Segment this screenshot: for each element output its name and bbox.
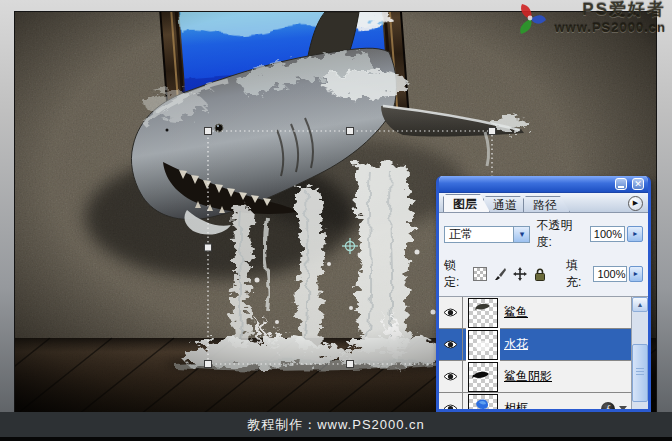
watermark-site: www.PS2000.cn bbox=[548, 20, 666, 35]
layer-name[interactable]: 鲨鱼 bbox=[504, 304, 528, 321]
watermark-brand: PS爱好者 bbox=[548, 0, 666, 20]
layer-thumbnail[interactable] bbox=[468, 394, 498, 413]
site-watermark: PS爱好者 www.PS2000.cn bbox=[516, 0, 666, 36]
lock-icon bbox=[534, 268, 546, 281]
lock-label: 锁定: bbox=[444, 257, 469, 291]
scrollbar-grip-icon bbox=[636, 368, 644, 376]
tab-layers[interactable]: 图层 bbox=[443, 194, 490, 212]
brush-icon bbox=[493, 267, 507, 281]
layer-effects-icon[interactable]: ƒ bbox=[601, 402, 615, 413]
fill-popup-button[interactable]: ▸ bbox=[629, 266, 643, 282]
panel-menu-arrow-icon: ▶ bbox=[633, 199, 638, 206]
fill-input[interactable]: 100% bbox=[593, 266, 626, 282]
tutorial-caption-bar: 教程制作：www.PS2000.cn bbox=[0, 412, 672, 441]
lock-transparency-toggle[interactable] bbox=[473, 267, 488, 282]
layers-panel: ✕ 图层 通道 路径 ▶ 正常 ▾ 不透明度: 100% ▸ 锁定: bbox=[436, 176, 651, 412]
visibility-toggle[interactable] bbox=[439, 393, 463, 412]
layer-row-water-splash[interactable]: 水花 bbox=[439, 329, 631, 361]
layer-name[interactable]: 相框 bbox=[504, 400, 528, 412]
panel-menu-button[interactable]: ▶ bbox=[628, 196, 643, 211]
effects-expand-icon[interactable] bbox=[619, 406, 627, 411]
lock-paint-toggle[interactable] bbox=[493, 267, 508, 282]
panel-titlebar[interactable]: ✕ bbox=[439, 176, 648, 193]
lock-all-toggle[interactable] bbox=[533, 267, 548, 282]
layer-row-photo-frame[interactable]: 相框 ƒ bbox=[439, 393, 631, 412]
close-button[interactable]: ✕ bbox=[632, 178, 644, 190]
tab-channels[interactable]: 通道 bbox=[483, 196, 530, 212]
blend-mode-select[interactable]: 正常 ▾ bbox=[444, 226, 530, 243]
lock-transparency-icon bbox=[473, 267, 487, 281]
eye-icon bbox=[443, 403, 458, 412]
site-logo-icon bbox=[516, 2, 546, 36]
scroll-up-button[interactable]: ▲ bbox=[632, 297, 648, 312]
layer-name[interactable]: 鲨鱼阴影 bbox=[504, 368, 552, 385]
tutorial-credit-text: 教程制作：www.PS2000.cn bbox=[247, 416, 425, 434]
eye-icon bbox=[443, 307, 458, 318]
move-icon bbox=[513, 267, 527, 281]
opacity-popup-button[interactable]: ▸ bbox=[627, 226, 643, 242]
visibility-toggle[interactable] bbox=[439, 329, 463, 360]
layer-thumbnail[interactable] bbox=[468, 330, 498, 360]
chevron-down-icon[interactable]: ▾ bbox=[513, 227, 529, 242]
layer-name[interactable]: 水花 bbox=[504, 336, 528, 353]
visibility-toggle[interactable] bbox=[439, 297, 463, 328]
layer-thumbnail[interactable] bbox=[468, 362, 498, 392]
layer-list: 鲨鱼 水花 bbox=[439, 296, 648, 412]
minimize-button[interactable] bbox=[615, 178, 627, 190]
scrollbar-track[interactable] bbox=[632, 312, 648, 412]
layer-row-shark[interactable]: 鲨鱼 bbox=[439, 297, 631, 329]
eye-icon bbox=[443, 339, 458, 350]
eye-icon bbox=[443, 371, 458, 382]
blend-mode-value: 正常 bbox=[449, 226, 473, 243]
panel-controls: 正常 ▾ 不透明度: 100% ▸ 锁定: bbox=[439, 213, 648, 296]
scrollbar-thumb[interactable] bbox=[632, 344, 648, 402]
close-icon: ✕ bbox=[634, 179, 642, 189]
layer-list-scrollbar[interactable]: ▲ ▼ bbox=[631, 297, 648, 412]
layer-thumbnail[interactable] bbox=[468, 298, 498, 328]
opacity-input[interactable]: 100% bbox=[590, 226, 625, 242]
fill-label: 填充: bbox=[566, 257, 590, 291]
layer-row-shark-shadow[interactable]: 鲨鱼阴影 bbox=[439, 361, 631, 393]
minimize-icon bbox=[618, 186, 624, 188]
panel-tabstrip: 图层 通道 路径 ▶ bbox=[439, 193, 648, 213]
opacity-label: 不透明度: bbox=[536, 217, 586, 251]
lock-position-toggle[interactable] bbox=[513, 267, 528, 282]
visibility-toggle[interactable] bbox=[439, 361, 463, 392]
tab-paths[interactable]: 路径 bbox=[523, 196, 570, 212]
